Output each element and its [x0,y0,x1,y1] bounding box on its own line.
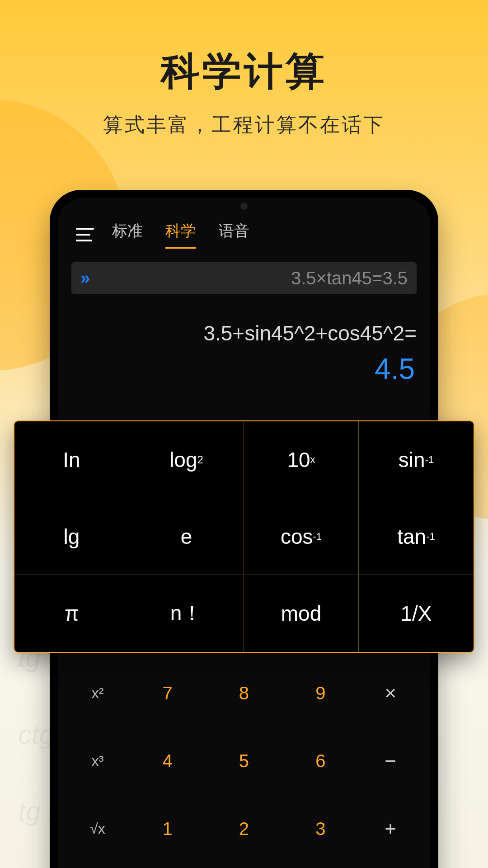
key-log2[interactable]: log2 [129,421,244,498]
headline: 科学计算 算式丰富，工程计算不在话下 [0,0,488,138]
key-1[interactable]: 1 [129,795,206,863]
key-minus[interactable]: − [359,727,422,795]
key-lg[interactable]: lg [14,498,129,575]
display-area: » 3.5×tan45=3.5 3.5+sin45^2+cos45^2= 4.5 [58,253,430,386]
key-pi[interactable]: π [14,575,129,652]
key-10x[interactable]: 10x [244,421,359,498]
key-ln[interactable]: In [14,421,129,498]
key-sqrt[interactable]: √x [66,795,129,863]
history-expand-icon[interactable]: » [80,269,90,288]
key-atan[interactable]: tan-1 [359,498,474,575]
key-e[interactable]: e [129,498,244,575]
tab-standard[interactable]: 标准 [112,221,143,249]
key-multiply[interactable]: × [359,659,422,727]
result-text: 4.5 [71,352,417,386]
scientific-panel: In log2 10x sin-1 lg e cos-1 tan-1 π n！ … [14,420,474,653]
key-6[interactable]: 6 [282,727,359,795]
key-reciprocal[interactable]: 1/X [359,575,474,652]
key-9[interactable]: 9 [282,659,359,727]
key-x-cubed[interactable]: x³ [66,727,129,795]
key-4[interactable]: 4 [129,727,206,795]
key-factorial[interactable]: n！ [129,575,244,652]
history-text: 3.5×tan45=3.5 [97,268,408,288]
key-asin[interactable]: sin-1 [359,421,474,498]
key-3[interactable]: 3 [282,795,359,863]
key-plus[interactable]: + [359,795,422,863]
key-acos[interactable]: cos-1 [244,498,359,575]
key-7[interactable]: 7 [129,659,206,727]
page-title: 科学计算 [0,45,488,98]
mode-tabs: 标准 科学 语音 [112,221,249,249]
key-8[interactable]: 8 [206,659,282,727]
key-x-squared[interactable]: x² [66,659,129,727]
menu-icon[interactable] [76,228,94,241]
key-5[interactable]: 5 [206,727,282,795]
tab-scientific[interactable]: 科学 [165,221,196,249]
key-mod[interactable]: mod [244,575,359,652]
tab-voice[interactable]: 语音 [219,221,249,249]
expression-text: 3.5+sin45^2+cos45^2= [71,321,417,345]
history-row[interactable]: » 3.5×tan45=3.5 [71,262,417,294]
keypad-grid: x² 7 8 9 × x³ 4 5 6 − √x 1 2 3 + [66,659,422,863]
key-2[interactable]: 2 [206,795,282,863]
camera-notch [240,203,248,210]
